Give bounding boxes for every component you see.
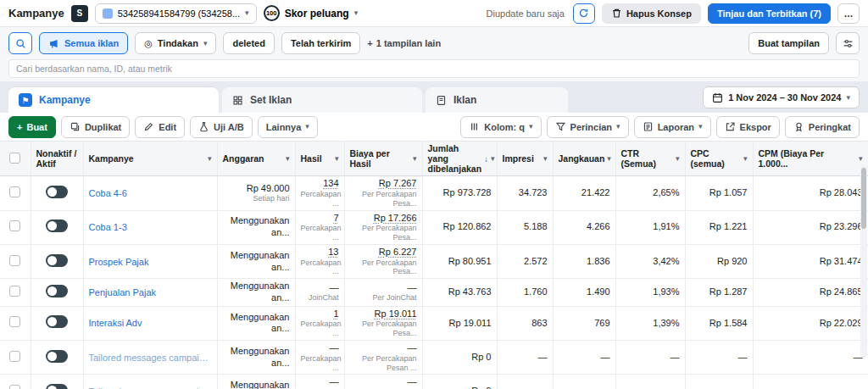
campaign-link[interactable]: Interaksi Adv: [89, 318, 212, 328]
filter-chip-telah-terkirim[interactable]: Telah terkirim: [281, 32, 360, 54]
search-input[interactable]: [8, 59, 860, 78]
reports-button[interactable]: Laporan ▾: [634, 116, 711, 138]
campaign-table: Nonaktif / Aktif Kampanye▾ Anggaran▾ Has…: [0, 142, 868, 389]
budget-value: Menggunakan an...: [223, 380, 290, 389]
header-biaya-per-hasil[interactable]: Biaya per Hasil▾: [344, 142, 422, 176]
ad-account-selector[interactable]: 534258941584799 (534258... ▾: [95, 3, 257, 24]
ctr-cell: 2,65%: [615, 176, 685, 210]
filter-chip-deleted[interactable]: deleted: [223, 32, 275, 54]
campaign-link[interactable]: Tailored messages campaign 08/0...: [89, 353, 212, 363]
campaign-toggle[interactable]: [46, 315, 68, 328]
campaign-flag-icon: ⚑: [19, 93, 32, 107]
cost-per-result-value[interactable]: Rp 7.267: [350, 178, 417, 190]
cost-per-result-value[interactable]: —: [350, 342, 417, 354]
cost-per-result-value[interactable]: —: [350, 282, 417, 294]
impressions-value: 5.188: [503, 221, 548, 233]
filter-chip-label: Semua iklan: [64, 38, 119, 48]
result-value[interactable]: 1: [301, 308, 339, 320]
cost-per-result-value[interactable]: —: [350, 376, 417, 388]
campaign-toggle[interactable]: [46, 350, 68, 363]
header-jumlah-dibelanjakan[interactable]: Jumlah yang dibelanjakan↓▾: [422, 142, 497, 176]
ctr-cell: —: [615, 375, 685, 389]
header-cpm[interactable]: CPM (Biaya Per 1.000...▾: [753, 142, 868, 176]
campaign-toggle[interactable]: [46, 384, 68, 389]
campaign-link[interactable]: Penjualan Pajak: [89, 287, 212, 297]
ab-test-button[interactable]: Uji A/B: [190, 116, 253, 138]
search-button[interactable]: [8, 32, 32, 54]
create-view-button[interactable]: Buat tampilan: [748, 32, 829, 54]
result-value[interactable]: 134: [301, 178, 339, 190]
header-hasil[interactable]: Hasil▾: [295, 142, 344, 176]
header-anggaran[interactable]: Anggaran▾: [217, 142, 295, 176]
campaign-link[interactable]: Coba 1-3: [89, 222, 212, 232]
row-checkbox[interactable]: [9, 351, 20, 362]
scrollbar-thumb[interactable]: [861, 168, 866, 229]
breakdown-button[interactable]: Perincian ▾: [547, 116, 629, 138]
filter-chip-tindakan[interactable]: ◎ Tindakan ▾: [135, 32, 216, 54]
cost-per-result-cell: Rp 7.267 Per Percakapan Pesa...: [344, 176, 422, 210]
toolbar: + Buat Duplikat Edit Uji A/B Lainnya ▾ K…: [0, 113, 868, 142]
result-value[interactable]: —: [301, 282, 339, 294]
more-views-button[interactable]: + 1 tampilan lain: [367, 38, 441, 48]
header-kampanye[interactable]: Kampanye▾: [83, 142, 217, 176]
cpc-cell: Rp 1.057: [685, 176, 753, 210]
row-checkbox[interactable]: [9, 316, 20, 327]
discard-drafts-button[interactable]: Hapus Konsep: [602, 3, 701, 24]
filter-chip-semua-iklan[interactable]: Semua iklan: [39, 32, 128, 54]
campaign-toggle[interactable]: [46, 220, 68, 232]
row-checkbox[interactable]: [9, 286, 20, 297]
header-jangkauan[interactable]: Jangkauan▾: [553, 142, 615, 176]
row-checkbox[interactable]: [9, 255, 20, 266]
edit-button[interactable]: Edit: [135, 116, 185, 138]
budget-value: Menggunakan an...: [223, 281, 290, 304]
tab-set-iklan[interactable]: Set Iklan: [222, 87, 422, 113]
create-button[interactable]: + Buat: [8, 116, 56, 138]
columns-label: Kolom: q: [484, 122, 525, 132]
view-settings-button[interactable]: [836, 32, 860, 54]
cost-per-result-subtext: Per Percakapan Pesa...: [350, 224, 417, 242]
select-all-checkbox[interactable]: [9, 153, 20, 164]
header-ctr[interactable]: CTR (Semua)▾: [615, 142, 685, 176]
megaphone-icon: [48, 38, 59, 49]
result-value[interactable]: 7: [301, 213, 339, 225]
rank-button[interactable]: Peringkat: [785, 116, 860, 138]
result-value[interactable]: 13: [301, 247, 339, 258]
tab-kampanye[interactable]: ⚑ Kampanye: [8, 87, 219, 113]
result-value[interactable]: —: [301, 342, 339, 354]
result-value[interactable]: —: [301, 376, 339, 388]
amount-spent-cell: Rp 0: [422, 375, 497, 389]
cost-per-result-value[interactable]: Rp 6.227: [350, 247, 417, 258]
more-options-button[interactable]: …: [837, 3, 860, 24]
campaign-toggle[interactable]: [46, 285, 68, 297]
columns-button[interactable]: Kolom: q ▾: [460, 116, 541, 138]
row-checkbox[interactable]: [9, 385, 20, 389]
header-cpc[interactable]: CPC (semua)▾: [685, 142, 753, 176]
chevron-down-icon: ▾: [335, 155, 339, 163]
cost-per-result-value[interactable]: Rp 17.266: [350, 213, 417, 225]
tab-iklan[interactable]: Iklan: [426, 87, 568, 113]
duplicate-button[interactable]: Duplikat: [61, 116, 130, 138]
campaign-name-cell: Tailored messages campaign 04/0...: [83, 375, 217, 389]
date-range-picker[interactable]: 1 Nov 2024 – 30 Nov 2024 ▾: [703, 86, 860, 108]
result-subtext: Percakapan ...: [301, 354, 339, 373]
row-checkbox[interactable]: [9, 186, 20, 197]
header-impresi[interactable]: Impresi▾: [497, 142, 553, 176]
budget-value: Menggunakan an...: [223, 312, 290, 336]
row-checkbox[interactable]: [9, 220, 20, 231]
cost-per-result-value[interactable]: Rp 19.011: [350, 308, 417, 320]
campaign-link[interactable]: Prospek Pajak: [89, 257, 212, 267]
business-avatar[interactable]: S: [71, 5, 88, 22]
score-badge: 100: [264, 5, 280, 21]
vertical-scrollbar[interactable]: [860, 164, 867, 358]
review-publish-button[interactable]: Tinjau dan Terbitkan (7): [708, 3, 831, 24]
opportunity-score-dropdown[interactable]: 100 Skor peluang ▾: [264, 5, 359, 21]
refresh-button[interactable]: [573, 3, 595, 24]
campaign-link[interactable]: Coba 4-6: [89, 188, 212, 198]
export-button[interactable]: Ekspor: [716, 116, 780, 138]
cpm-cell: Rp 22.029: [753, 306, 868, 340]
campaign-toggle[interactable]: [46, 254, 68, 267]
campaign-toggle[interactable]: [46, 186, 68, 198]
more-actions-button[interactable]: Lainnya ▾: [258, 116, 318, 138]
ad-account-label: 534258941584799 (534258...: [118, 8, 240, 19]
plus-icon: +: [17, 122, 22, 132]
